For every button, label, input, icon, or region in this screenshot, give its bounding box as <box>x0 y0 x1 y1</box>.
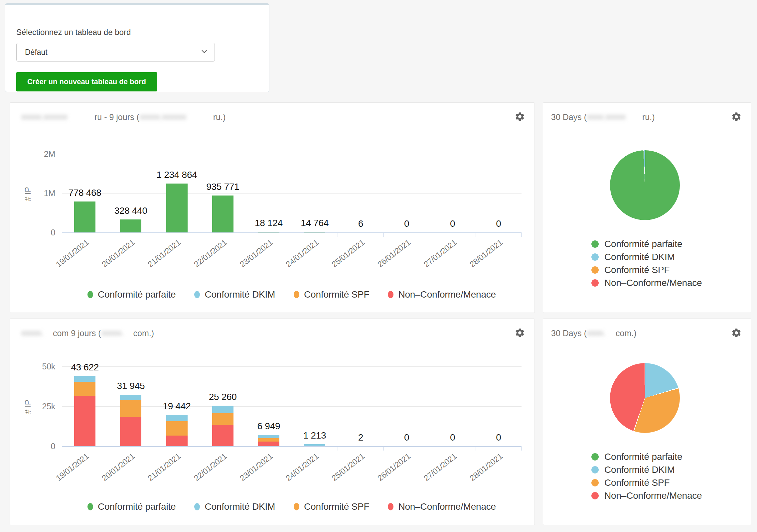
legend-item[interactable]: Conformité SPF <box>591 478 702 487</box>
legend-item[interactable]: Conformité parfaite <box>87 501 176 512</box>
bar-column[interactable]: 2 <box>338 366 383 446</box>
legend-item[interactable]: Non–Conforme/Menace <box>388 501 496 512</box>
legend-label: Conformité SPF <box>604 265 670 275</box>
bar-value-label: 2 <box>358 432 363 443</box>
bar-column[interactable]: 14 764 <box>292 154 338 232</box>
panel-title: xxxxx.com 9 jours (xxxxx.com.) <box>21 328 154 338</box>
axis-tick <box>154 446 154 451</box>
legend-item[interactable]: Conformité DKIM <box>194 501 275 512</box>
bar-value-label: 6 <box>358 218 363 229</box>
bar-column[interactable]: 778 468 <box>62 154 108 232</box>
bar-column[interactable]: 19 442 <box>154 366 200 446</box>
dashboard-select[interactable]: Défaut <box>16 43 215 62</box>
redacted-domain: xxxx.xxxxx <box>587 112 641 122</box>
legend-item[interactable]: Conformité SPF <box>294 501 369 512</box>
bar-segment-orange <box>120 400 141 417</box>
panel-title: xxxxx.xxxxxxru - 9 jours (xxxxx.xxxxxxru… <box>21 112 226 122</box>
bar-stack <box>120 395 141 446</box>
bar-segment-orange <box>258 438 279 441</box>
bar-column[interactable]: 0 <box>476 366 522 446</box>
bar-stack <box>166 184 188 232</box>
pie-chart[interactable] <box>610 150 680 220</box>
bar-column[interactable]: 0 <box>476 154 522 232</box>
legend-dot-blue <box>591 466 599 473</box>
panel-settings-button[interactable] <box>514 327 526 339</box>
axis-tick <box>383 446 384 451</box>
legend-item[interactable]: Conformité parfaite <box>591 453 702 461</box>
bar-column[interactable]: 25 260 <box>200 366 246 446</box>
create-dashboard-button[interactable]: Créer un nouveau tableau de bord <box>16 72 157 91</box>
bar-stack <box>258 232 279 232</box>
y-axis-tick-label: 50k <box>42 362 55 371</box>
bar-value-label: 6 949 <box>257 421 280 432</box>
bar-column[interactable]: 18 124 <box>246 154 292 232</box>
legend-item[interactable]: Non–Conforme/Menace <box>591 279 702 287</box>
x-axis-label: 23/01/2021 <box>238 238 275 269</box>
legend-item[interactable]: Conformité parfaite <box>87 289 176 300</box>
axis-tick <box>246 446 246 451</box>
panel-settings-button[interactable] <box>730 111 742 123</box>
redacted-domain: xxxx. <box>587 328 614 338</box>
x-axis-label: 22/01/2021 <box>192 452 228 483</box>
legend-item[interactable]: Conformité parfaite <box>591 240 702 248</box>
bar-segment-blue <box>212 406 233 413</box>
legend-item[interactable]: Non–Conforme/Menace <box>388 289 496 300</box>
x-axis-label: 23/01/2021 <box>238 452 275 483</box>
legend-item[interactable]: Non–Conforme/Menace <box>591 491 702 500</box>
bar-segment-red <box>120 417 141 446</box>
y-axis: 025k50k <box>10 366 59 446</box>
legend-label: Non–Conforme/Menace <box>604 490 702 501</box>
bar-value-label: 0 <box>404 218 409 229</box>
legend-item[interactable]: Conformité DKIM <box>591 466 702 474</box>
axis-tick <box>338 446 338 451</box>
gear-icon <box>731 328 742 338</box>
legend-label: Non–Conforme/Menace <box>398 289 496 300</box>
x-axis-label: 20/01/2021 <box>100 452 137 483</box>
axis-tick <box>154 232 154 237</box>
bar-column[interactable]: 328 440 <box>108 154 154 232</box>
bar-column[interactable]: 6 949 <box>246 366 292 446</box>
bar-column[interactable]: 0 <box>430 154 476 232</box>
chart-legend: Conformité parfaiteConformité DKIMConfor… <box>591 453 702 500</box>
axis-tick <box>430 446 430 451</box>
bar-column[interactable]: 1 234 864 <box>154 154 200 232</box>
legend-dot-green <box>591 240 599 248</box>
legend-item[interactable]: Conformité SPF <box>294 289 369 300</box>
chart-legend: Conformité parfaiteConformité DKIMConfor… <box>591 240 702 287</box>
panel-settings-button[interactable] <box>730 327 742 339</box>
bar-column[interactable]: 31 945 <box>108 366 154 446</box>
axis-tick <box>338 232 338 237</box>
legend-item[interactable]: Conformité DKIM <box>194 289 275 300</box>
bar-column[interactable]: 0 <box>383 154 429 232</box>
bar-segment-blue <box>166 415 188 421</box>
bar-column[interactable]: 0 <box>430 366 476 446</box>
pie-chart[interactable] <box>610 363 680 433</box>
bar-column[interactable]: 6 <box>338 154 383 232</box>
bar-value-label: 18 124 <box>255 218 283 228</box>
y-axis-tick-label: 25k <box>42 402 55 411</box>
bar-segment-blue <box>74 376 95 382</box>
y-axis-tick-label: 1M <box>44 189 55 198</box>
bar-column[interactable]: 935 771 <box>200 154 246 232</box>
bar-column[interactable]: 0 <box>383 366 429 446</box>
legend-item[interactable]: Conformité DKIM <box>591 253 702 261</box>
x-axis-label: 27/01/2021 <box>422 452 458 483</box>
bar-stack <box>258 435 279 446</box>
legend-label: Conformité parfaite <box>604 452 682 462</box>
bar-segment-red <box>212 425 233 446</box>
bar-column[interactable]: 43 622 <box>62 366 108 446</box>
bar-column[interactable]: 1 213 <box>292 366 338 446</box>
legend-label: Conformité SPF <box>304 501 369 512</box>
bar-segment-green <box>74 201 95 232</box>
bar-value-label: 14 764 <box>301 218 329 228</box>
panel-settings-button[interactable] <box>514 111 526 123</box>
legend-item[interactable]: Conformité SPF <box>591 266 702 274</box>
bar-value-label: 43 622 <box>71 362 99 373</box>
bar-stack <box>304 444 325 446</box>
axis-tick <box>62 446 62 451</box>
chart-legend: Conformité parfaiteConformité DKIMConfor… <box>62 289 522 300</box>
bar-value-label: 0 <box>496 218 501 229</box>
y-axis-tick-label: 2M <box>44 150 55 158</box>
x-axis-label: 27/01/2021 <box>422 238 458 269</box>
axis-tick <box>521 446 522 451</box>
